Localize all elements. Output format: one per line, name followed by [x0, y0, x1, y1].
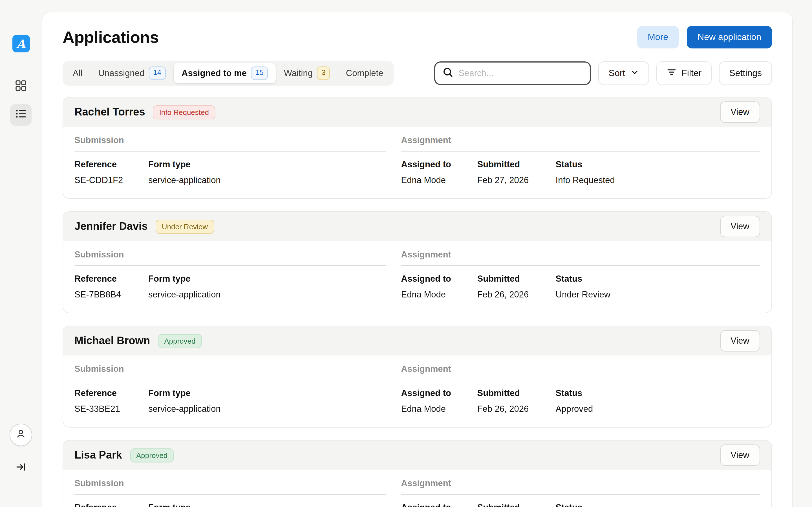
submission-columns: Reference SE-33BE21 Form type service-ap…	[74, 380, 387, 414]
application-card-body: Submission Reference Form type Assignmen…	[63, 470, 771, 507]
assigned-to-column: Assigned to Edna Mode	[401, 274, 477, 300]
submission-columns: Reference Form type	[74, 495, 387, 507]
form-type-value: service-application	[148, 175, 221, 186]
app-logo-icon[interactable]: A	[12, 35, 30, 52]
assignment-section: Assignment Assigned to Edna Mode Submitt…	[401, 249, 760, 300]
reference-column: Reference SE-CDD1F2	[74, 159, 148, 186]
assigned-to-column: Assigned to	[401, 503, 477, 507]
application-card-header: Michael Brown Approved View	[63, 326, 771, 355]
filter-button-label: Filter	[681, 68, 702, 78]
submitted-column: Submitted Feb 26, 2026	[477, 274, 556, 300]
application-card: Michael Brown Approved View Submission R…	[63, 326, 772, 428]
tab-label: Unassigned	[98, 68, 144, 78]
search-input[interactable]	[459, 68, 583, 78]
submitted-value: Feb 27, 2026	[477, 175, 556, 186]
form-type-column: Form type service-application	[148, 159, 221, 186]
assigned-to-header: Assigned to	[401, 388, 477, 398]
submission-section: Submission Reference Form type	[74, 478, 387, 507]
status-value: Info Requested	[556, 175, 615, 186]
status-column: Status Under Review	[556, 274, 611, 300]
form-type-header: Form type	[148, 159, 221, 170]
submitted-value: Feb 26, 2026	[477, 290, 556, 300]
grid-icon	[15, 80, 27, 94]
new-application-button[interactable]: New application	[687, 26, 772, 48]
tab-waiting[interactable]: Waiting 3	[276, 63, 338, 83]
applicant-name: Lisa Park	[74, 449, 122, 461]
applicant-name: Rachel Torres	[74, 106, 145, 118]
logout-icon	[15, 461, 27, 475]
application-card: Jennifer Davis Under Review View Submiss…	[63, 211, 772, 313]
reference-header: Reference	[74, 503, 148, 507]
view-button[interactable]: View	[720, 445, 760, 466]
toolbar: All Unassigned 14 Assigned to me 15 Wait…	[63, 61, 772, 86]
assigned-to-value: Edna Mode	[401, 404, 477, 414]
view-button[interactable]: View	[720, 101, 760, 123]
reference-value: SE-33BE21	[74, 404, 148, 414]
assigned-to-header: Assigned to	[401, 503, 477, 507]
assignment-section: Assignment Assigned to Submitted Status …	[401, 478, 760, 507]
status-badge: Under Review	[156, 219, 214, 233]
tab-badge: 14	[149, 67, 166, 80]
reference-value: SE-7BB8B4	[74, 290, 148, 300]
assignment-section-title: Assignment	[401, 249, 760, 266]
form-type-header: Form type	[148, 503, 191, 507]
tab-complete[interactable]: Complete	[338, 63, 391, 83]
reference-column: Reference	[74, 503, 148, 507]
view-button[interactable]: View	[720, 330, 760, 351]
filter-button[interactable]: Filter	[656, 61, 712, 85]
reference-header: Reference	[74, 388, 148, 398]
settings-button-label: Settings	[729, 68, 762, 78]
application-card-body: Submission Reference SE-7BB8B4 Form type…	[63, 241, 771, 313]
tab-unassigned[interactable]: Unassigned 14	[90, 63, 174, 83]
more-button[interactable]: More	[637, 26, 679, 48]
list-icon	[15, 108, 27, 122]
status-column: Status Info Requested	[556, 159, 615, 186]
application-card: Lisa Park Approved View Submission Refer…	[63, 440, 772, 507]
user-circle-icon	[15, 428, 27, 442]
tab-label: Assigned to me	[182, 68, 247, 78]
tab-label: Complete	[346, 68, 384, 78]
page-header: Applications More New application	[63, 26, 772, 48]
status-badge: Info Requested	[153, 105, 215, 119]
status-badge: Approved	[130, 448, 174, 462]
assigned-to-header: Assigned to	[401, 274, 477, 284]
assigned-to-column: Assigned to Edna Mode	[401, 159, 477, 186]
search-icon	[443, 67, 454, 80]
submission-section-title: Submission	[74, 364, 387, 380]
status-column: Status Approved	[556, 503, 593, 507]
logout-button[interactable]	[10, 457, 32, 479]
view-button[interactable]: View	[720, 216, 760, 237]
grid-nav-button[interactable]	[10, 76, 32, 98]
status-header: Status	[556, 274, 611, 284]
tab-all[interactable]: All	[65, 63, 90, 83]
applicant-name: Michael Brown	[74, 335, 150, 347]
reference-column: Reference SE-7BB8B4	[74, 274, 148, 300]
assignment-section: Assignment Assigned to Edna Mode Submitt…	[401, 364, 760, 414]
assigned-to-value: Edna Mode	[401, 290, 477, 300]
submission-section: Submission Reference SE-33BE21 Form type…	[74, 364, 387, 414]
submission-columns: Reference SE-7BB8B4 Form type service-ap…	[74, 266, 387, 300]
submitted-column: Submitted	[477, 503, 556, 507]
submission-section-title: Submission	[74, 478, 387, 495]
application-card-header: Lisa Park Approved View	[63, 441, 771, 470]
submitted-value: Feb 26, 2026	[477, 404, 556, 414]
application-card-body: Submission Reference SE-CDD1F2 Form type…	[63, 127, 771, 198]
status-header: Status	[556, 388, 593, 398]
chevron-down-icon	[630, 68, 639, 78]
assignment-columns: Assigned to Edna Mode Submitted Feb 26, …	[401, 380, 760, 414]
sort-button[interactable]: Sort	[599, 61, 649, 85]
filter-icon	[666, 67, 676, 79]
submitted-header: Submitted	[477, 503, 556, 507]
user-avatar-button[interactable]	[10, 424, 32, 446]
search-box[interactable]	[435, 61, 591, 85]
list-nav-button[interactable]	[10, 104, 32, 126]
assignment-section-title: Assignment	[401, 135, 760, 152]
submitted-header: Submitted	[477, 274, 556, 284]
sort-button-label: Sort	[609, 68, 625, 78]
assignment-section-title: Assignment	[401, 364, 760, 380]
settings-button[interactable]: Settings	[719, 61, 772, 85]
tab-assigned-to-me[interactable]: Assigned to me 15	[174, 63, 276, 83]
submission-columns: Reference SE-CDD1F2 Form type service-ap…	[74, 152, 387, 186]
submission-section-title: Submission	[74, 249, 387, 266]
assignment-section-title: Assignment	[401, 478, 760, 495]
